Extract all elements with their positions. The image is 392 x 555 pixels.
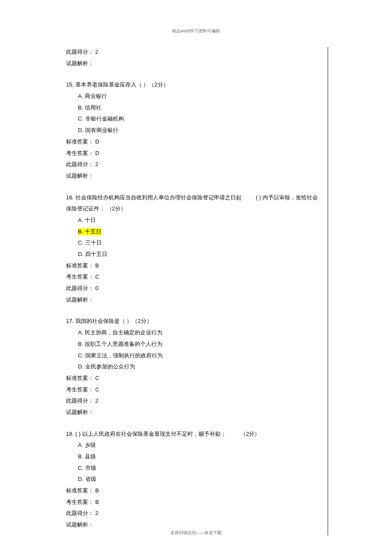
option-c: C. 三十日 (66, 238, 323, 248)
option-b: B. 县级 (66, 451, 323, 462)
question-text: 我国的社会保险是（ ）（2分） (75, 318, 152, 324)
question-number: 16. (66, 194, 74, 201)
question-stem: 18. ( ) 以上人民政府在社会保险基金显现支付不足时，赐予补贴； （2分） (66, 429, 323, 440)
student-answer: 考生答案： B (66, 497, 323, 508)
question-number: 17. (66, 318, 74, 324)
standard-answer: 标准答案： B (66, 486, 323, 496)
page-footer: 名师归纳总结——欢迎下载 (0, 529, 392, 537)
option-a: A. 民主协商，自主确定的企业行为 (66, 328, 323, 338)
option-c: C. 市级 (66, 463, 323, 474)
analysis-line: 试题解析： (66, 171, 323, 181)
score-line: 此题得分： 2 (66, 396, 323, 406)
page-header: 精品word学习资料可编辑 (0, 27, 392, 35)
question-text-p2: ( ) 内予以审核，发给社会 (256, 194, 318, 201)
question-text-p2: （2分） (240, 431, 260, 437)
question-number: 15. (66, 81, 74, 88)
question-number: 18. (66, 431, 74, 437)
analysis-line: 试题解析： (66, 295, 323, 305)
student-answer: 考生答案： D (66, 148, 323, 159)
question-18: 18. ( ) 以上人民政府在社会保险基金显现支付不足时，赐予补贴； （2分） … (66, 429, 323, 530)
question-text: 基本养老保险基金应存入（ ）（2分） (75, 81, 169, 88)
question-stem: 15. 基本养老保险基金应存入（ ）（2分） (66, 80, 323, 90)
content-body: 此题得分： 2 试题解析： 15. 基本养老保险基金应存入（ ）（2分） A. … (66, 47, 328, 535)
question-stem: 17. 我国的社会保险是（ ）（2分） (66, 316, 323, 327)
prev-question-tail: 此题得分： 2 试题解析： (66, 47, 323, 69)
question-16: 16. 社会保险经办机构应当自收到用人单位办理社会保险登记申请之日起 ( ) 内… (66, 193, 323, 305)
student-answer: 考生答案： C (66, 385, 323, 395)
question-text-p1: ( ) 以上人民政府在社会保险基金显现支付不足时，赐予补贴； (75, 431, 226, 437)
score-line: 此题得分： 0 (66, 283, 323, 294)
option-d: D. 国有商业银行 (66, 125, 323, 136)
standard-answer: 标准答案： B (66, 261, 323, 271)
score-line: 此题得分： 2 (66, 508, 323, 519)
option-a: A. 十日 (66, 215, 323, 226)
option-c: C. 国家立法，强制执行的政府行为 (66, 351, 323, 361)
question-17: 17. 我国的社会保险是（ ）（2分） A. 民主协商，自主确定的企业行为 B.… (66, 316, 323, 417)
analysis-line: 试题解析： (66, 407, 323, 418)
analysis-line: 试题解析： (66, 58, 323, 69)
option-b: B. 按职工个人意愿准备的个人行为 (66, 339, 323, 350)
option-d: D. 全民参加的公众行为 (66, 362, 323, 372)
option-b: B. 信用社 (66, 103, 323, 113)
standard-answer: 标准答案： D (66, 137, 323, 147)
question-15: 15. 基本养老保险基金应存入（ ）（2分） A. 商业银行 B. 信用社 C.… (66, 80, 323, 181)
option-c: C. 非银行金融机构 (66, 114, 323, 124)
score-line: 此题得分： 2 (66, 159, 323, 170)
option-b: B. 十五日 (66, 227, 323, 237)
option-d: D. 四十五日 (66, 249, 323, 260)
option-a: A. 商业银行 (66, 91, 323, 102)
question-text-p1: 社会保险经办机构应当自收到用人单位办理社会保险登记申请之日起 (75, 194, 242, 201)
highlighted-option: B. 十五日 (78, 228, 101, 235)
option-a: A. 乡级 (66, 440, 323, 451)
option-d: D. 省级 (66, 474, 323, 485)
score-line: 此题得分： 2 (66, 47, 323, 58)
student-answer: 考生答案： C (66, 272, 323, 282)
question-stem-line2: 保险登记证件； （2分） (66, 204, 323, 214)
content-frame: 此题得分： 2 试题解析： 15. 基本养老保险基金应存入（ ）（2分） A. … (66, 47, 328, 535)
question-stem: 16. 社会保险经办机构应当自收到用人单位办理社会保险登记申请之日起 ( ) 内… (66, 193, 323, 203)
standard-answer: 标准答案： C (66, 373, 323, 384)
